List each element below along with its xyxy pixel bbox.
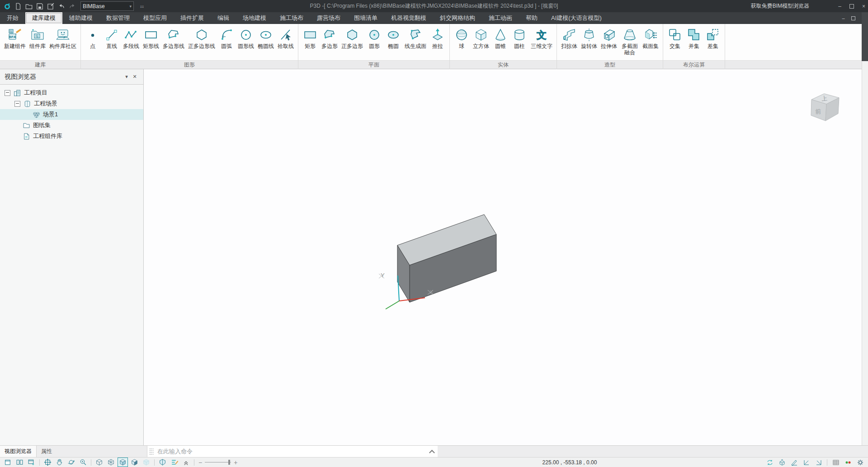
ribbon-button-regpoly-line[interactable]: 正多边形线 (187, 26, 217, 50)
ribbon-button-extrude[interactable]: 拉伸体 (599, 26, 618, 50)
ribbon-button-circle-plane[interactable]: 圆形 (365, 26, 383, 50)
panel-tab-0[interactable]: 视图浏览器 (0, 446, 37, 457)
status-indicator-icon[interactable] (843, 457, 853, 467)
menu-tab-11[interactable]: 机器视觉翻模 (384, 12, 433, 24)
ribbon-button-text3d[interactable]: 文三维文字 (529, 26, 554, 50)
ribbon-button-point[interactable]: 点 (84, 26, 102, 50)
menu-tab-13[interactable]: 施工动画 (482, 12, 519, 24)
ribbon-button-sphere[interactable]: 球 (453, 26, 471, 50)
menu-tab-6[interactable]: 编辑 (211, 12, 236, 24)
tree-item-4[interactable]: 工程组件库 (0, 131, 143, 142)
zoom-out-button[interactable]: − (198, 459, 202, 466)
axonometric-a-icon[interactable] (801, 457, 811, 467)
zoom-slider[interactable] (205, 462, 231, 462)
tree-item-2[interactable]: 场景1 (0, 109, 143, 120)
menu-tab-9[interactable]: 露营场布 (310, 12, 347, 24)
tree-item-1[interactable]: 工程场景 (0, 98, 143, 109)
new-view-icon[interactable] (3, 457, 13, 467)
close-button[interactable]: × (862, 3, 865, 10)
model-box[interactable]: Y X (343, 187, 533, 323)
settings-gear-icon[interactable] (855, 457, 865, 467)
ribbon-button-component-library[interactable]: 组组件库 (28, 26, 47, 50)
menu-tab-4[interactable]: 模型应用 (137, 12, 174, 24)
new-file-icon[interactable] (13, 1, 24, 11)
sketch-edit-icon[interactable] (789, 457, 799, 467)
ribbon-button-community[interactable]: 构件库社区 (48, 26, 78, 50)
undo-icon[interactable] (56, 1, 67, 11)
view-hidden-icon[interactable] (129, 457, 140, 467)
ribbon-button-loft[interactable]: 多截面融合 (619, 26, 640, 57)
draw-style-icon[interactable] (169, 457, 179, 467)
menu-tab-2[interactable]: 辅助建模 (62, 12, 99, 24)
command-input[interactable] (154, 448, 426, 455)
navigation-cube[interactable]: 上 前 (806, 91, 844, 130)
fit-view-icon[interactable] (42, 457, 53, 467)
redo-icon[interactable] (67, 1, 78, 11)
ribbon-button-circle-line[interactable]: 圆形线 (236, 26, 255, 50)
viewcube-toggle-icon[interactable] (777, 457, 787, 467)
collapse-toolbar-icon[interactable] (181, 457, 191, 467)
panel-collapse-icon[interactable]: ▾ (123, 74, 131, 80)
menu-tab-3[interactable]: 数据管理 (99, 12, 137, 24)
ribbon-button-polygon-plane[interactable]: 多边形 (320, 26, 339, 50)
panel-close-icon[interactable]: ✕ (131, 74, 139, 80)
tree-expand-icon[interactable] (14, 101, 20, 107)
tree-expand-icon[interactable] (5, 90, 10, 96)
view-iso-icon[interactable] (94, 457, 104, 467)
ribbon-button-ellipse-line[interactable]: 椭圆线 (256, 26, 275, 50)
ribbon-button-line[interactable]: 直线 (103, 26, 121, 50)
panel-tab-1[interactable]: 属性 (37, 446, 57, 457)
ribbon-button-pick-line[interactable]: 拾取线 (276, 26, 295, 50)
menu-tab-14[interactable]: 帮助 (519, 12, 544, 24)
menu-tab-8[interactable]: 施工场布 (273, 12, 310, 24)
ribbon-button-line-face[interactable]: 线生成面 (403, 26, 428, 50)
command-bar-grip[interactable] (149, 448, 154, 455)
save-as-icon[interactable] (45, 1, 56, 11)
promo-link[interactable]: 获取免费BIM模型浏览器 (751, 2, 809, 10)
ribbon-button-rect-plane[interactable]: 矩形 (301, 26, 319, 50)
ribbon-button-new-component[interactable]: BFA组新建组件 (3, 26, 27, 50)
minimize-button[interactable]: – (838, 3, 841, 10)
ribbon-button-revolve[interactable]: 旋转体 (580, 26, 599, 50)
menu-tab-0[interactable]: 开始 (0, 12, 25, 24)
menu-tab-15[interactable]: AI建模(大语言模型) (544, 12, 609, 24)
restore-button[interactable] (849, 4, 854, 9)
ribbon-button-cylinder[interactable]: 圆柱 (510, 26, 528, 50)
ribbon-button-rect-line[interactable]: 矩形线 (142, 26, 160, 50)
view-shaded-icon[interactable] (118, 457, 128, 467)
new-window-icon[interactable] (26, 457, 37, 467)
app-selector-combobox[interactable]: BIMBase ▾ (80, 1, 134, 11)
ribbon-button-push-pull[interactable]: 推拉 (429, 26, 447, 50)
tile-windows-icon[interactable] (14, 457, 25, 467)
view-ghost-icon[interactable] (141, 457, 151, 467)
ribbon-button-intersect[interactable]: 交集 (666, 26, 684, 50)
ribbon-button-ellipse-plane[interactable]: 椭圆 (384, 26, 402, 50)
command-collapse-button[interactable] (426, 446, 438, 457)
zoom-in-button[interactable]: + (234, 459, 237, 466)
ribbon-button-regpoly-plane[interactable]: 正多边形 (340, 26, 364, 50)
zoom-slider-handle[interactable] (228, 460, 230, 465)
axonometric-b-icon[interactable] (813, 457, 824, 467)
tree-item-3[interactable]: 图纸集 (0, 120, 143, 131)
menu-tab-10[interactable]: 围墙清单 (347, 12, 384, 24)
ribbon-button-cube[interactable]: 立方体 (472, 26, 491, 50)
grid-table-icon[interactable] (830, 457, 841, 467)
open-file-icon[interactable] (24, 1, 34, 11)
section-view-icon[interactable] (157, 457, 168, 467)
tree-item-0[interactable]: 工程项目 (0, 87, 143, 98)
viewport-3d[interactable]: Y X 上 前 (144, 69, 862, 445)
pan-hand-icon[interactable] (54, 457, 65, 467)
zoom-window-icon[interactable] (78, 457, 88, 467)
ribbon-button-polyline[interactable]: 多段线 (122, 26, 141, 50)
view-wire-icon[interactable] (106, 457, 116, 467)
orbit-icon[interactable] (66, 457, 76, 467)
doc-restore-button[interactable] (851, 16, 855, 20)
ribbon-button-polygon-line[interactable]: 多边形线 (161, 26, 186, 50)
menu-tab-12[interactable]: 斜交网格结构 (433, 12, 482, 24)
ribbon-button-sweep[interactable]: 扫掠体 (560, 26, 579, 50)
ribbon-button-section-set[interactable]: 截面集 (641, 26, 660, 50)
ribbon-button-cone[interactable]: 圆锥 (491, 26, 509, 50)
menu-tab-7[interactable]: 场地建模 (236, 12, 273, 24)
save-icon[interactable] (34, 1, 45, 11)
ribbon-button-arc[interactable]: 圆弧 (217, 26, 236, 50)
